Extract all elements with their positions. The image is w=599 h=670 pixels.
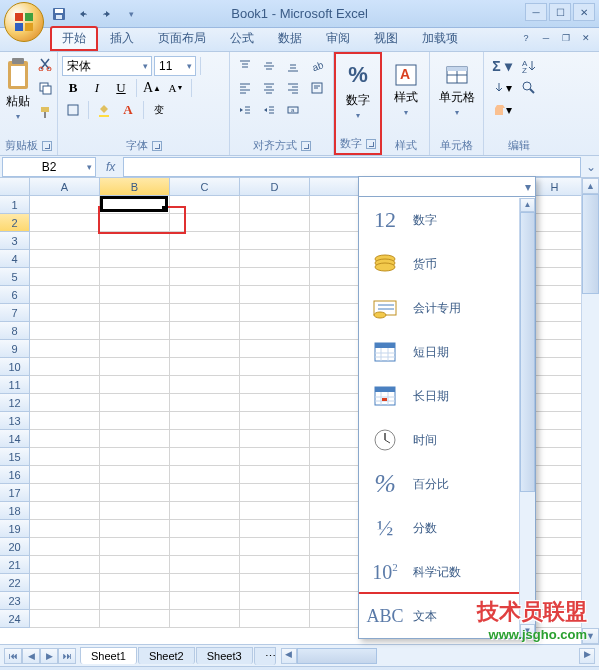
cell[interactable] [30,502,100,520]
merge-center-button[interactable]: a [282,100,304,120]
cell[interactable] [240,214,310,232]
cell[interactable] [100,358,170,376]
row-header[interactable]: 13 [0,412,30,430]
cell[interactable] [30,358,100,376]
cell[interactable] [170,538,240,556]
number-format-item[interactable]: 短日期 [359,330,535,374]
fill-button[interactable]: ▾ [488,78,516,98]
row-header[interactable]: 6 [0,286,30,304]
cell[interactable] [100,466,170,484]
column-header[interactable]: B [100,178,170,196]
row-header[interactable]: 22 [0,574,30,592]
cell[interactable] [170,484,240,502]
row-header[interactable]: 18 [0,502,30,520]
cell[interactable] [30,286,100,304]
number-format-item[interactable]: %百分比 [359,462,535,506]
align-right-button[interactable] [282,78,304,98]
column-header[interactable]: C [170,178,240,196]
row-header[interactable]: 12 [0,394,30,412]
cell[interactable] [170,322,240,340]
cell[interactable] [240,358,310,376]
cell[interactable] [100,250,170,268]
office-button[interactable] [4,2,44,42]
row-header[interactable]: 7 [0,304,30,322]
number-format-item[interactable]: 会计专用 [359,286,535,330]
cell[interactable] [170,610,240,628]
close-button[interactable]: ✕ [573,3,595,21]
align-center-button[interactable] [258,78,280,98]
dropdown-scroll-down[interactable]: ▼ [520,624,535,638]
cell[interactable] [240,250,310,268]
cell[interactable] [30,268,100,286]
cell[interactable] [240,286,310,304]
cell[interactable] [30,214,100,232]
cell[interactable] [240,394,310,412]
tab-review[interactable]: 审阅 [314,26,362,51]
row-header[interactable]: 9 [0,340,30,358]
tab-page-layout[interactable]: 页面布局 [146,26,218,51]
cell[interactable] [240,466,310,484]
align-middle-button[interactable] [258,56,280,76]
row-header[interactable]: 14 [0,430,30,448]
cell[interactable] [100,484,170,502]
decrease-font-button[interactable]: A▼ [165,78,187,98]
cell[interactable] [240,574,310,592]
name-box[interactable]: B2 [2,157,96,177]
font-size-select[interactable]: 11 [154,56,196,76]
cell[interactable] [30,520,100,538]
column-header[interactable]: A [30,178,100,196]
cell[interactable] [240,520,310,538]
cut-button[interactable] [34,54,56,74]
find-select-button[interactable] [518,78,540,98]
qat-customize-button[interactable]: ▾ [122,5,140,23]
cell[interactable] [30,304,100,322]
row-header[interactable]: 5 [0,268,30,286]
font-name-select[interactable]: 宋体 [62,56,152,76]
cell[interactable] [30,448,100,466]
cell[interactable] [240,304,310,322]
row-header[interactable]: 24 [0,610,30,628]
scroll-up-button[interactable]: ▲ [582,178,599,194]
styles-button[interactable]: A 样式 ▾ [386,54,425,124]
sheet-tab-1[interactable]: Sheet1 [80,647,137,664]
cell[interactable] [30,538,100,556]
select-all-corner[interactable] [0,178,30,196]
cell[interactable] [170,412,240,430]
sheet-first-button[interactable]: ⏮ [4,648,22,664]
sheet-tab-3[interactable]: Sheet3 [196,647,253,664]
scroll-left-button[interactable]: ◀ [281,648,297,664]
scroll-down-button[interactable]: ▼ [582,628,599,644]
cell[interactable] [30,556,100,574]
tab-data[interactable]: 数据 [266,26,314,51]
cell[interactable] [100,268,170,286]
cell[interactable] [100,592,170,610]
row-header[interactable]: 11 [0,376,30,394]
cell[interactable] [240,556,310,574]
cell[interactable] [240,448,310,466]
formula-expand-button[interactable]: ⌄ [583,160,599,174]
formula-input[interactable] [123,157,581,177]
cell[interactable] [240,484,310,502]
cell[interactable] [170,358,240,376]
number-format-item[interactable]: 时间 [359,418,535,462]
cell[interactable] [30,322,100,340]
redo-button[interactable] [98,5,116,23]
row-header[interactable]: 3 [0,232,30,250]
cell[interactable] [170,574,240,592]
number-format-item[interactable]: 12数字 [359,198,535,242]
cell[interactable] [100,610,170,628]
row-header[interactable]: 1 [0,196,30,214]
column-header[interactable]: D [240,178,310,196]
cell[interactable] [240,610,310,628]
font-dialog-launcher[interactable] [152,141,162,151]
number-format-item[interactable]: ½分数 [359,506,535,550]
decrease-indent-button[interactable] [234,100,256,120]
cells-button[interactable]: 单元格 ▾ [434,54,479,124]
cell[interactable] [100,232,170,250]
cell[interactable] [30,376,100,394]
cell[interactable] [240,376,310,394]
cell[interactable] [170,502,240,520]
number-format-item[interactable]: 102科学记数 [359,550,535,594]
cell[interactable] [170,430,240,448]
cell[interactable] [100,394,170,412]
